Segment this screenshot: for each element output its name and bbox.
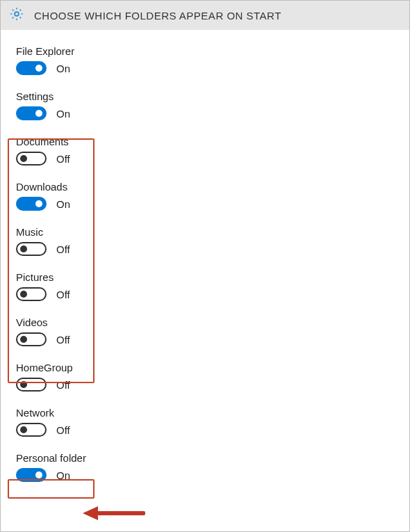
- toggle-state-text: Off: [56, 243, 70, 255]
- setting-label: Videos: [16, 316, 394, 328]
- toggle-network[interactable]: [16, 423, 47, 437]
- setting-label: HomeGroup: [16, 362, 394, 373]
- toggle-documents[interactable]: [16, 152, 47, 166]
- toggle-music[interactable]: [16, 242, 47, 256]
- toggle-state-text: Off: [56, 424, 70, 436]
- toggle-personal-folder[interactable]: [16, 468, 47, 482]
- setting-label: Documents: [16, 136, 394, 147]
- svg-point-0: [15, 12, 19, 16]
- setting-label: Network: [16, 407, 394, 419]
- toggle-file-explorer[interactable]: [16, 61, 47, 75]
- toggle-state-text: On: [56, 198, 70, 210]
- page-header: CHOOSE WHICH FOLDERS APPEAR ON START: [1, 1, 409, 30]
- toggle-pictures[interactable]: [16, 287, 47, 301]
- setting-label: File Explorer: [16, 45, 394, 57]
- setting-label: Personal folder: [16, 452, 394, 464]
- toggle-state-text: Off: [56, 153, 70, 165]
- setting-label: Pictures: [16, 271, 394, 283]
- setting-music: Music Off: [16, 226, 394, 256]
- toggle-state-text: Off: [56, 379, 70, 391]
- setting-videos: Videos Off: [16, 316, 394, 346]
- toggle-state-text: On: [56, 469, 70, 481]
- settings-list: File Explorer On Settings On Documents O…: [1, 30, 409, 513]
- setting-file-explorer: File Explorer On: [16, 45, 394, 75]
- toggle-homegroup[interactable]: [16, 378, 47, 392]
- setting-homegroup: HomeGroup Off: [16, 362, 394, 392]
- setting-downloads: Downloads On: [16, 181, 394, 211]
- toggle-videos[interactable]: [16, 332, 47, 346]
- page-title: CHOOSE WHICH FOLDERS APPEAR ON START: [34, 10, 281, 22]
- setting-settings: Settings On: [16, 90, 394, 120]
- setting-documents: Documents Off: [16, 136, 394, 166]
- setting-network: Network Off: [16, 407, 394, 437]
- toggle-downloads[interactable]: [16, 197, 47, 211]
- toggle-state-text: Off: [56, 289, 70, 300]
- toggle-state-text: On: [56, 63, 70, 74]
- setting-label: Downloads: [16, 181, 394, 193]
- gear-icon: [9, 6, 24, 24]
- setting-label: Settings: [16, 90, 394, 102]
- setting-label: Music: [16, 226, 394, 238]
- toggle-state-text: Off: [56, 334, 70, 346]
- toggle-state-text: On: [56, 108, 70, 120]
- setting-personal-folder: Personal folder On: [16, 452, 394, 482]
- toggle-settings[interactable]: [16, 106, 47, 120]
- setting-pictures: Pictures Off: [16, 271, 394, 301]
